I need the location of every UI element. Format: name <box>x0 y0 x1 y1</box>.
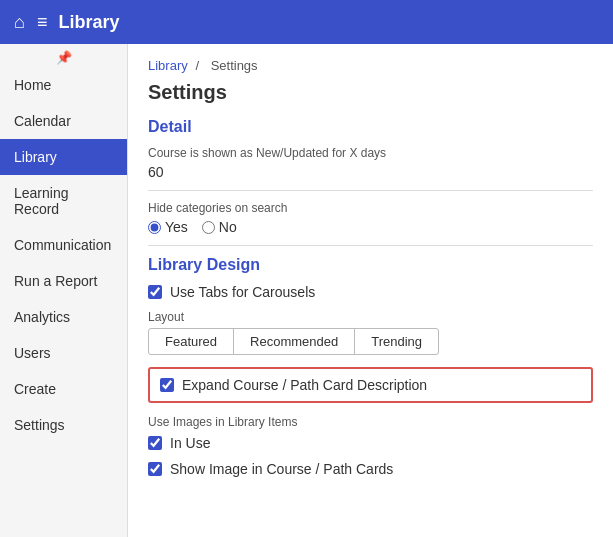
yes-radio-text: Yes <box>165 219 188 235</box>
show-image-label: Show Image in Course / Path Cards <box>170 461 393 477</box>
layout-tab-recommended[interactable]: Recommended <box>233 328 355 355</box>
page-title: Settings <box>148 81 593 104</box>
home-icon[interactable]: ⌂ <box>14 12 25 33</box>
breadcrumb: Library / Settings <box>148 58 593 73</box>
menu-icon[interactable]: ≡ <box>37 12 47 33</box>
no-radio-text: No <box>219 219 237 235</box>
topbar-title: Library <box>58 12 119 33</box>
no-radio[interactable] <box>202 221 215 234</box>
breadcrumb-separator: / <box>195 58 199 73</box>
expand-card-checkbox[interactable] <box>160 378 174 392</box>
breadcrumb-library-link[interactable]: Library <box>148 58 188 73</box>
days-label: Course is shown as New/Updated for X day… <box>148 146 593 160</box>
sidebar-item-communication[interactable]: Communication <box>0 227 127 263</box>
days-value: 60 <box>148 164 593 180</box>
sidebar-item-run-a-report[interactable]: Run a Report <box>0 263 127 299</box>
in-use-label: In Use <box>170 435 210 451</box>
sidebar-item-calendar[interactable]: Calendar <box>0 103 127 139</box>
main-layout: 📌 Home Calendar Library Learning Record … <box>0 44 613 537</box>
sidebar-item-analytics[interactable]: Analytics <box>0 299 127 335</box>
sidebar-item-settings[interactable]: Settings <box>0 407 127 443</box>
layout-tabs: Featured Recommended Trending <box>148 328 593 355</box>
no-radio-label[interactable]: No <box>202 219 237 235</box>
images-section-label: Use Images in Library Items <box>148 415 593 429</box>
show-image-checkbox[interactable] <box>148 462 162 476</box>
content-area: Library / Settings Settings Detail Cours… <box>128 44 613 537</box>
in-use-checkbox[interactable] <box>148 436 162 450</box>
layout-tab-trending[interactable]: Trending <box>354 328 439 355</box>
hide-categories-label: Hide categories on search <box>148 201 593 215</box>
sidebar-item-users[interactable]: Users <box>0 335 127 371</box>
layout-label: Layout <box>148 310 593 324</box>
layout-tab-featured[interactable]: Featured <box>148 328 234 355</box>
use-tabs-label: Use Tabs for Carousels <box>170 284 315 300</box>
sidebar-item-library[interactable]: Library <box>0 139 127 175</box>
divider-2 <box>148 245 593 246</box>
divider-1 <box>148 190 593 191</box>
in-use-checkbox-row: In Use <box>148 435 593 451</box>
sidebar-item-home[interactable]: Home <box>0 67 127 103</box>
design-section-title: Library Design <box>148 256 593 274</box>
expand-card-highlight-box: Expand Course / Path Card Description <box>148 367 593 403</box>
pin-icon: 📌 <box>0 44 127 67</box>
topbar: ⌂ ≡ Library <box>0 0 613 44</box>
hide-categories-radio-group: Yes No <box>148 219 593 235</box>
sidebar-item-learning-record[interactable]: Learning Record <box>0 175 127 227</box>
expand-card-label: Expand Course / Path Card Description <box>182 377 427 393</box>
breadcrumb-current: Settings <box>211 58 258 73</box>
use-tabs-checkbox[interactable] <box>148 285 162 299</box>
yes-radio-label[interactable]: Yes <box>148 219 188 235</box>
sidebar-item-create[interactable]: Create <box>0 371 127 407</box>
sidebar: 📌 Home Calendar Library Learning Record … <box>0 44 128 537</box>
use-tabs-checkbox-row: Use Tabs for Carousels <box>148 284 593 300</box>
detail-section-title: Detail <box>148 118 593 136</box>
yes-radio[interactable] <box>148 221 161 234</box>
show-image-checkbox-row: Show Image in Course / Path Cards <box>148 461 593 477</box>
